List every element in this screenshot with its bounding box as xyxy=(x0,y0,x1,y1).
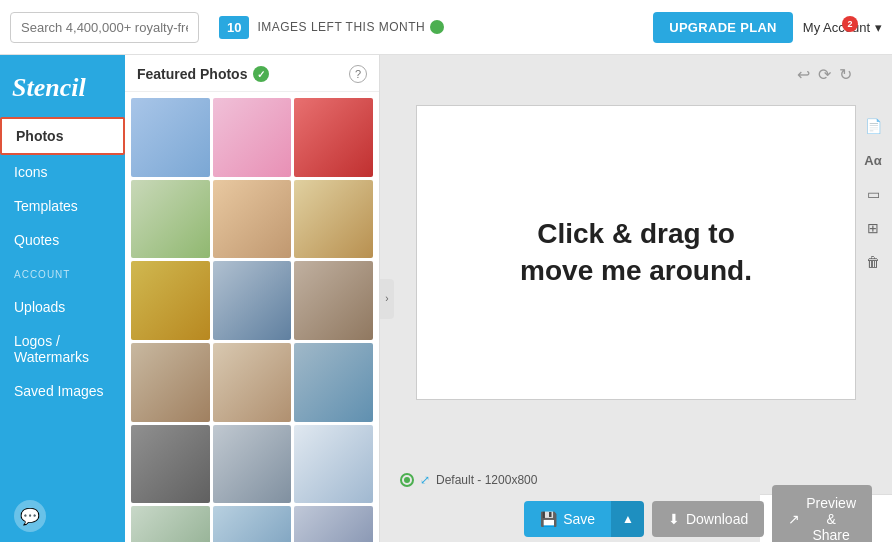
photo-panel-wrapper: Featured Photos ✓ ? xyxy=(125,55,380,542)
canvas-size-info: ⤢ Default - 1200x800 xyxy=(400,473,537,487)
photo-cell[interactable] xyxy=(131,343,210,422)
photo-cell[interactable] xyxy=(213,506,292,542)
save-bar: 💾 Save ▲ ⬇ Download ↗ Preview & Share xyxy=(760,494,892,542)
size-dot-inner xyxy=(404,477,410,483)
search-input[interactable] xyxy=(10,12,199,43)
sidebar-bottom: 💬 xyxy=(0,490,125,542)
photo-cell[interactable] xyxy=(213,98,292,177)
sidebar-item-photos[interactable]: Photos xyxy=(0,117,125,155)
account-button[interactable]: 2 My Account ▾ xyxy=(803,20,882,35)
file-icon[interactable]: 📄 xyxy=(862,115,884,137)
download-button[interactable]: ⬇ Download xyxy=(652,501,764,537)
verified-check-icon: ✓ xyxy=(253,66,269,82)
photo-cell[interactable] xyxy=(131,180,210,259)
grid-icon[interactable]: ⊞ xyxy=(862,217,884,239)
photo-cell[interactable] xyxy=(294,98,373,177)
app-container: 10 IMAGES LEFT THIS MONTH UPGRADE PLAN 2… xyxy=(0,0,892,542)
save-dropdown-button[interactable]: ▲ xyxy=(611,501,644,537)
text-icon[interactable]: Aα xyxy=(862,149,884,171)
redo-button[interactable]: ↻ xyxy=(839,65,852,84)
undo-redo-toolbar: ↩ ⟳ ↻ xyxy=(797,65,852,84)
save-button-group: 💾 Save ▲ xyxy=(524,501,644,537)
photo-cell[interactable] xyxy=(131,506,210,542)
logo: Stencil xyxy=(0,55,125,117)
featured-title: Featured Photos ✓ xyxy=(137,66,269,82)
save-icon: 💾 xyxy=(540,511,557,527)
photo-cell[interactable] xyxy=(294,506,373,542)
canvas-area: ↩ ⟳ ↻ Click & drag tomove me around. ⤢ D… xyxy=(380,55,892,542)
images-count: 10 xyxy=(219,16,249,39)
trash-icon[interactable]: 🗑 xyxy=(862,251,884,273)
app-name: Stencil xyxy=(12,73,86,102)
download-icon: ⬇ xyxy=(668,511,680,527)
sidebar-item-uploads[interactable]: Uploads xyxy=(0,290,125,324)
undo-button[interactable]: ↩ xyxy=(797,65,810,84)
images-green-dot xyxy=(430,20,444,34)
save-button[interactable]: 💾 Save xyxy=(524,501,611,537)
account-label: My Account xyxy=(803,20,870,35)
shape-icon[interactable]: ▭ xyxy=(862,183,884,205)
notification-badge: 2 xyxy=(842,16,858,32)
photo-grid xyxy=(125,92,379,542)
search-container xyxy=(10,12,199,43)
chat-icon[interactable]: 💬 xyxy=(14,500,46,532)
photo-panel: Featured Photos ✓ ? xyxy=(125,55,380,542)
photo-cell[interactable] xyxy=(131,425,210,504)
panel-toggle-arrow[interactable]: › xyxy=(380,279,394,319)
sidebar-item-logos[interactable]: Logos / Watermarks xyxy=(0,324,125,374)
photo-cell[interactable] xyxy=(131,98,210,177)
top-bar: 10 IMAGES LEFT THIS MONTH UPGRADE PLAN 2… xyxy=(0,0,892,55)
upgrade-button[interactable]: UPGRADE PLAN xyxy=(653,12,793,43)
sidebar-nav: Photos Icons Templates Quotes ACCOUNT Up… xyxy=(0,117,125,490)
photo-cell[interactable] xyxy=(213,425,292,504)
sidebar-item-saved[interactable]: Saved Images xyxy=(0,374,125,408)
chevron-down-icon: ▾ xyxy=(875,20,882,35)
photo-cell[interactable] xyxy=(294,261,373,340)
canvas-frame[interactable]: Click & drag tomove me around. xyxy=(416,105,856,400)
photo-cell[interactable] xyxy=(213,180,292,259)
sidebar-item-quotes[interactable]: Quotes xyxy=(0,223,125,257)
images-label: IMAGES LEFT THIS MONTH xyxy=(257,20,444,34)
featured-header: Featured Photos ✓ ? xyxy=(125,55,379,92)
images-counter: 10 IMAGES LEFT THIS MONTH xyxy=(219,16,444,39)
photo-cell[interactable] xyxy=(213,261,292,340)
main-area: Stencil Photos Icons Templates Quotes AC… xyxy=(0,55,892,542)
photo-cell[interactable] xyxy=(294,343,373,422)
account-section-label: ACCOUNT xyxy=(14,269,111,280)
sidebar-item-icons[interactable]: Icons xyxy=(0,155,125,189)
photo-cell[interactable] xyxy=(131,261,210,340)
info-icon[interactable]: ? xyxy=(349,65,367,83)
sidebar: Stencil Photos Icons Templates Quotes AC… xyxy=(0,55,125,542)
canvas-placeholder-text: Click & drag tomove me around. xyxy=(520,216,752,289)
photo-cell[interactable] xyxy=(294,425,373,504)
account-section: ACCOUNT xyxy=(0,257,125,290)
sidebar-item-templates[interactable]: Templates xyxy=(0,189,125,223)
refresh-button[interactable]: ⟳ xyxy=(818,65,831,84)
photo-cell[interactable] xyxy=(213,343,292,422)
size-label: Default - 1200x800 xyxy=(436,473,537,487)
size-dot xyxy=(400,473,414,487)
canvas-right-toolbar: 📄 Aα ▭ ⊞ 🗑 xyxy=(862,115,884,273)
resize-icon: ⤢ xyxy=(420,473,430,487)
preview-button[interactable]: ↗ Preview & Share xyxy=(772,485,872,543)
share-icon: ↗ xyxy=(788,511,800,527)
photo-cell[interactable] xyxy=(294,180,373,259)
